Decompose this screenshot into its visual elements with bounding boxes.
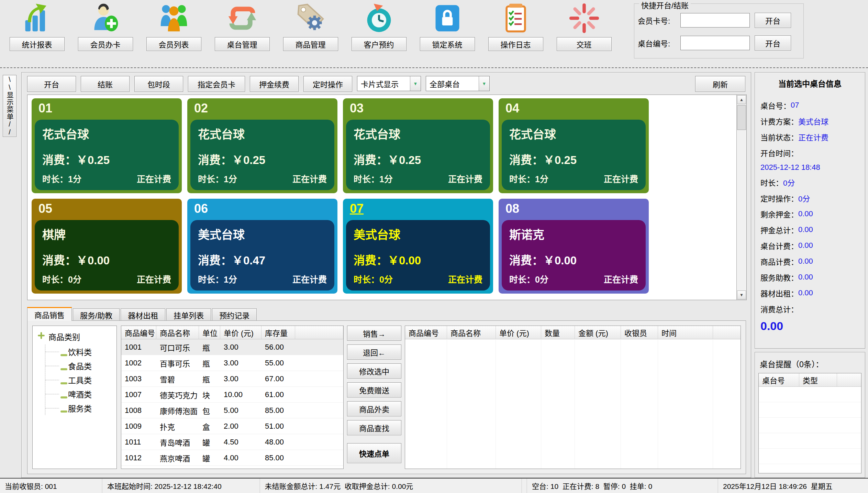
lock-icon[interactable] [431,2,464,34]
tab-reservations[interactable]: 预约记录 [212,308,257,321]
open-table-button[interactable]: 开台 [27,76,76,92]
deposit-renew-button[interactable]: 押金续费 [250,76,299,92]
total-label: 消费总计： [760,303,798,314]
member-card-input[interactable] [680,13,750,28]
table-card-07[interactable]: 07 美式台球 消费：￥0.00 时长：0分正在计费 [343,199,493,294]
product-table: 商品编号 商品名称 单位 单价 (元) 库存量 1001可口可乐瓶3.0056.… [121,326,344,469]
product-search-button[interactable]: 商品查找 [347,420,401,435]
member-list-icon[interactable] [158,2,190,34]
assign-member-card-button[interactable]: 指定会员卡 [188,76,245,92]
table-card-03[interactable]: 03 花式台球 消费：￥0.25 时长：1分正在计费 [343,98,493,193]
product-manage-button[interactable]: 商品管理 [283,37,338,51]
billing-plan-value: 美式台球 [798,116,828,127]
stats-button[interactable]: 统计报表 [10,37,65,51]
status-badge: 正在计费 [448,273,482,285]
col-product-id[interactable]: 商品编号 [121,326,156,339]
col-table-no[interactable]: 桌台号 [759,373,799,386]
col-stock[interactable]: 库存量 [261,326,295,339]
table-card-body: 花式台球 消费：￥0.25 时长：1分正在计费 [35,120,179,190]
table-no-row: 桌台编号: 开台 [638,35,791,51]
duration-value: 0分 [783,177,795,188]
takeout-button[interactable]: 商品外卖 [347,401,401,416]
scroll-down-icon[interactable]: ▼ [737,291,746,299]
lock-button[interactable]: 锁定系统 [420,37,475,51]
totals-status: 未结账金额总计: 1.47元 收取押金总计: 0.00元 [260,479,522,493]
col-amount[interactable]: 金额 (元) [575,326,621,339]
category-item-drinks[interactable]: 饮料类 [45,344,114,359]
table-manage-icon[interactable] [226,2,258,34]
category-root[interactable]: 商品类别 [35,329,114,344]
table-row[interactable]: 1012燕京啤酒罐4.0085.00 [121,450,343,466]
col-product-id[interactable]: 商品编号 [405,326,447,339]
view-mode-combobox[interactable]: 卡片式显示 ▼ [357,76,421,91]
refresh-button[interactable]: 刷新 [695,76,745,92]
col-unit[interactable]: 单位 [199,326,220,339]
show-menu-strip[interactable]: \\显示菜单// [3,75,16,137]
empty-row [759,433,861,449]
col-product-name[interactable]: 商品名称 [447,326,496,339]
table-row[interactable]: 1011青岛啤酒罐4.5048.00 [121,434,343,450]
table-row[interactable]: 1003雪碧瓶3.0067.00 [121,371,343,387]
return-button[interactable]: 退回← [347,344,401,360]
log-button[interactable]: 操作日志 [488,37,543,51]
member-list-button[interactable]: 会员列表 [146,37,201,51]
col-quantity[interactable]: 数量 [541,326,575,339]
cards-scrollbar[interactable]: ▲ ▼ [736,95,746,300]
tab-equipment-rent[interactable]: 器材出租 [121,308,165,321]
table-row[interactable]: 1007德芙巧克力块10.0061.00 [121,387,343,403]
appointment-icon[interactable] [363,2,395,34]
table-card-05[interactable]: 05 棋牌 消费：￥0.00 时长：0分正在计费 [32,199,182,294]
time-package-button[interactable]: 包时段 [134,76,183,92]
category-label: 食品类 [68,360,92,372]
sell-button[interactable]: 销售→ [347,326,401,341]
category-item-beer[interactable]: 啤酒类 [45,387,114,401]
chevron-down-icon[interactable]: ▼ [410,76,421,91]
modify-selected-button[interactable]: 修改选中 [347,363,401,379]
table-row[interactable]: 1008康师傅泡面包5.0085.00 [121,403,343,418]
duration: 时长：1分 [509,172,548,185]
col-product-name[interactable]: 商品名称 [156,326,199,339]
log-icon[interactable] [500,2,532,34]
col-cashier[interactable]: 收银员 [621,326,658,339]
table-row[interactable]: 1009扑克盒2.0051.00 [121,418,343,434]
member-add-button[interactable]: 会员办卡 [78,37,133,51]
table-no-input[interactable] [680,36,750,50]
col-unit-price[interactable]: 单价 (元) [220,326,261,339]
col-unit-price[interactable]: 单价 (元) [496,326,541,339]
timed-operation-button[interactable]: 定时操作 [303,76,352,92]
member-add-icon[interactable] [89,2,122,34]
product-manage-icon[interactable] [294,2,327,34]
open-by-card-button[interactable]: 开台 [755,13,791,28]
scroll-up-icon[interactable]: ▲ [737,95,746,104]
info-panel-title: 当前选中桌台信息 [755,73,865,89]
table-card-08[interactable]: 08 斯诺克 消费：￥0.00 时长：0分正在计费 [499,199,649,294]
table-manage-button[interactable]: 桌台管理 [215,37,270,51]
tab-product-sale[interactable]: 商品销售 [27,307,72,321]
chevron-down-icon[interactable]: ▼ [479,76,489,91]
col-type[interactable]: 类型 [799,373,837,386]
category-item-food[interactable]: 食品类 [45,359,114,373]
category-item-tools[interactable]: 工具类 [45,373,114,387]
quick-order-button[interactable]: 快速点单 [347,443,401,463]
table-row[interactable]: 1001可口可乐瓶3.0056.00 [121,339,343,355]
free-gift-button[interactable]: 免费赠送 [347,382,401,397]
stats-icon[interactable] [21,2,53,34]
shift-icon[interactable] [568,2,600,34]
table-filter-combobox[interactable]: 全部桌台 ▼ [426,76,490,91]
table-card-02[interactable]: 02 花式台球 消费：￥0.25 时长：1分正在计费 [187,98,337,193]
open-by-table-button[interactable]: 开台 [755,35,791,51]
shift-button[interactable]: 交班 [557,37,612,51]
table-row[interactable]: 1002百事可乐瓶3.0055.00 [121,355,343,371]
deposit-total-value: 0.00 [798,225,813,234]
col-time[interactable]: 时间 [658,326,713,339]
table-card-04[interactable]: 04 花式台球 消费：￥0.25 时长：1分正在计费 [499,98,649,193]
tab-service-coach[interactable]: 服务/助教 [73,308,120,321]
checkout-button[interactable]: 结账 [81,76,130,92]
category-item-service[interactable]: 服务类 [45,401,114,415]
scrollbar-thumb[interactable] [737,105,746,130]
tab-pending-orders[interactable]: 挂单列表 [166,308,211,321]
table-card-01[interactable]: 01 花式台球 消费：￥0.25 时长：1分正在计费 [32,98,182,193]
right-panel: 当前选中桌台信息 桌台号：07 计费方案：美式台球 当前状态：正在计费 开台时间… [755,72,865,478]
appointment-button[interactable]: 客户预约 [352,37,407,51]
table-card-06[interactable]: 06 美式台球 消费：￥0.47 时长：1分正在计费 [187,199,337,294]
